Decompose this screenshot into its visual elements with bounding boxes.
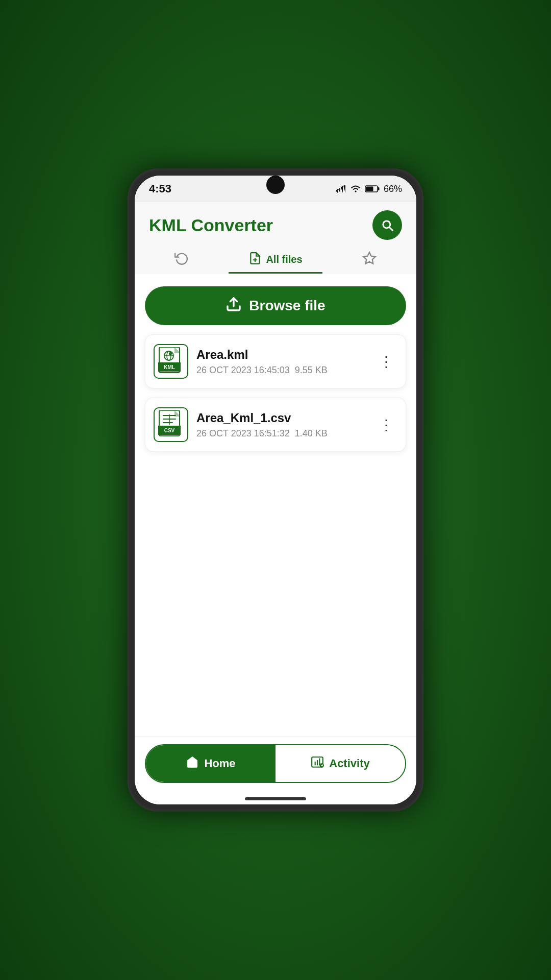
gesture-indicator [245, 797, 306, 800]
app-header: KML Converter [135, 202, 416, 246]
csv-file-more-button[interactable]: ⋮ [375, 414, 397, 435]
all-files-tab-label: All files [266, 254, 302, 265]
csv-file-icon: CSV [154, 407, 188, 442]
gesture-bar [135, 793, 416, 804]
browse-file-label: Browse file [249, 298, 325, 314]
upload-icon [226, 296, 242, 316]
svg-marker-6 [363, 252, 375, 263]
home-nav-label: Home [204, 757, 235, 770]
history-icon [174, 251, 189, 269]
activity-nav-label: Activity [329, 757, 369, 770]
tab-favorites[interactable] [322, 251, 416, 274]
favorites-icon [362, 251, 377, 269]
all-files-tab-icon [248, 252, 262, 267]
kml-file-icon: KML [154, 344, 188, 379]
nav-home-button[interactable]: Home [146, 745, 276, 782]
main-content: Browse file KML [135, 274, 416, 737]
nav-activity-button[interactable]: Activity [276, 745, 405, 782]
battery-percentage: 66% [384, 184, 402, 194]
signal-icon [336, 185, 346, 193]
app-title: KML Converter [149, 215, 273, 235]
wifi-icon [350, 185, 361, 193]
svg-point-15 [169, 352, 172, 355]
file-item-csv[interactable]: CSV Area_Kml_1.csv 26 OCT 2023 16:51:32 … [145, 398, 406, 452]
battery-icon [365, 185, 380, 193]
svg-rect-3 [366, 187, 373, 191]
tab-history[interactable] [135, 251, 229, 274]
tab-bar: All files [135, 246, 416, 274]
kml-file-more-button[interactable]: ⋮ [375, 351, 397, 372]
status-time: 4:53 [149, 182, 171, 195]
csv-file-info: Area_Kml_1.csv 26 OCT 2023 16:51:32 1.40… [196, 411, 367, 439]
status-icons: 66% [336, 184, 402, 194]
search-button[interactable] [372, 210, 402, 240]
kml-file-name: Area.kml [196, 348, 367, 362]
svg-rect-2 [378, 187, 379, 190]
browse-file-button[interactable]: Browse file [145, 286, 406, 325]
nav-pill: Home [145, 744, 406, 783]
search-icon [380, 218, 394, 232]
bottom-nav: Home [135, 737, 416, 793]
kml-file-meta: 26 OCT 2023 16:45:03 9.55 KB [196, 365, 367, 376]
camera-notch [266, 176, 285, 194]
phone-screen: 4:53 66% [135, 176, 416, 804]
phone-frame: 4:53 66% [128, 168, 423, 812]
csv-file-meta: 26 OCT 2023 16:51:32 1.40 KB [196, 428, 367, 439]
svg-text:CSV: CSV [164, 428, 175, 433]
home-nav-icon [186, 755, 199, 772]
svg-text:KML: KML [164, 364, 175, 370]
kml-file-info: Area.kml 26 OCT 2023 16:45:03 9.55 KB [196, 348, 367, 376]
csv-file-name: Area_Kml_1.csv [196, 411, 367, 425]
tab-all-files[interactable]: All files [229, 252, 322, 274]
activity-nav-icon [311, 755, 324, 772]
svg-point-0 [355, 191, 356, 192]
file-item-kml[interactable]: KML Area.kml 26 OCT 2023 16:45:03 9.55 K… [145, 334, 406, 388]
